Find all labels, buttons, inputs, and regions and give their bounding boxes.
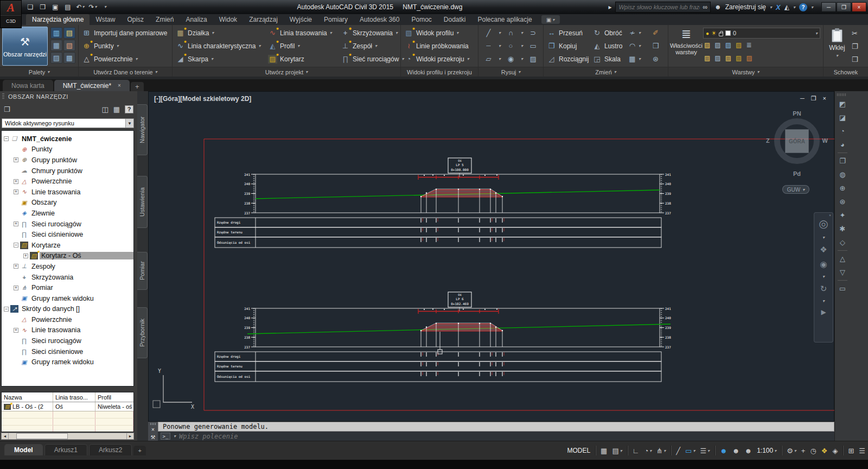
panel-label-zmien[interactable]: Zmień (544, 67, 668, 77)
tree-item-obszary[interactable]: Obszary (2, 198, 133, 208)
tab-narzedzia-glowne[interactable]: Narzędzia główne (26, 14, 90, 25)
doc-minimize-icon[interactable]: ─ (800, 95, 805, 102)
layer-states-icon[interactable] (746, 41, 751, 49)
marker-tool-icon[interactable] (836, 236, 849, 249)
expand-toggle[interactable] (14, 179, 18, 184)
surface-tool-icon-2[interactable] (836, 111, 849, 124)
layout-tab-arkusz2[interactable]: Arkusz2 (89, 444, 132, 455)
tree-item-grupy-punktow[interactable]: Grupy punktów (2, 155, 133, 166)
search-input[interactable] (618, 4, 700, 10)
scale-selector[interactable]: 1:100 (757, 447, 776, 454)
content-browser-icon[interactable] (63, 40, 75, 51)
line-icon[interactable] (484, 29, 493, 37)
exchange-apps-icon[interactable]: X (776, 3, 781, 11)
annotation-visibility-icon[interactable] (720, 447, 727, 455)
tab-dodatki[interactable]: Dodatki (438, 14, 472, 25)
import-survey-data-button[interactable]: Importuj dane pomiarowe (82, 27, 167, 39)
tree-item-sieci-rurociagow[interactable]: Sieci rurociągów (2, 219, 133, 230)
rectangle-icon[interactable] (528, 42, 538, 50)
tree-item-pomiar[interactable]: Pomiar (2, 282, 133, 293)
ucs-selector-button[interactable]: GUW (782, 185, 809, 194)
tree-item-skrzyzowania[interactable]: Skrzyżowania (2, 272, 133, 283)
construction-line-icon[interactable] (484, 42, 493, 50)
col-linia-traso[interactable]: Linia traso... (53, 392, 95, 402)
panel-label-widoki[interactable]: Widoki profilu i przekroju (401, 67, 478, 77)
snap-button[interactable] (612, 447, 622, 455)
tree-item-drawing-root[interactable]: NMT_ćwiczenie (2, 134, 133, 144)
offset-icon[interactable] (651, 42, 660, 50)
expand-toggle[interactable] (14, 189, 18, 194)
expand-toggle[interactable] (4, 307, 9, 312)
toolspace-help-icon[interactable]: ? (125, 105, 133, 113)
profile-view-button[interactable]: Widok profilu (404, 27, 458, 39)
list-horizontal-scrollbar[interactable]: ◄ ► (1, 433, 134, 440)
expand-toggle[interactable] (14, 157, 18, 162)
surfaces-button[interactable]: Powierzchnie (82, 53, 137, 65)
copy-clip-icon[interactable] (852, 42, 858, 50)
tab-nawigator[interactable]: Nawigator (137, 104, 148, 155)
a360-caret-icon[interactable] (793, 5, 795, 10)
application-menu-button[interactable]: A C3D (0, 0, 22, 28)
move-button[interactable]: Przesuń (547, 27, 583, 39)
tree-item-grupy-ramek[interactable]: Grupy ramek widoku (2, 293, 133, 304)
data-shortcuts-toolbar-icon[interactable] (101, 105, 108, 113)
surface-tool-icon-4[interactable] (836, 138, 849, 151)
open-drawing-icon[interactable] (4, 105, 10, 113)
tree-item-zlewnie[interactable]: Zlewnie (2, 208, 133, 219)
autodesk360-icon[interactable] (784, 3, 789, 11)
tab-ustawienia[interactable]: Ustawienia (137, 176, 148, 228)
surface-tool-icon-3[interactable] (836, 124, 849, 138)
file-tab-nowa-karta[interactable]: Nowa karta (3, 80, 53, 91)
tree-item-sc-sieci-cisnieniowe[interactable]: Sieci ciśnieniowe (2, 346, 133, 357)
expand-toggle[interactable] (14, 221, 18, 226)
tree-item-zespoly[interactable]: Zespoły (2, 261, 133, 272)
tab-zarzadzaj[interactable]: Zarządzaj (243, 14, 284, 25)
toolspace-button[interactable]: Obszar narzędzi (2, 27, 48, 66)
tab-widok[interactable]: Widok (213, 14, 243, 25)
tree-item-korytarz-os[interactable]: Korytarz - Oś (2, 251, 133, 262)
panorama-icon[interactable] (113, 105, 120, 113)
col-nazwa[interactable]: Nazwa (2, 392, 53, 402)
toolspace-header[interactable]: OBSZAR NARZĘDZI (0, 91, 137, 102)
object-snap-tracking-button[interactable] (656, 447, 666, 455)
sample-lines-button[interactable]: Linie próbkowania (404, 40, 469, 52)
minimize-button[interactable]: ─ (821, 2, 836, 12)
geolocation-icon[interactable] (836, 168, 849, 181)
layer-match-icon[interactable] (746, 54, 752, 62)
tree-item-punkty[interactable]: Punkty (2, 144, 133, 155)
open-file-icon[interactable] (37, 2, 48, 12)
zoom-icon[interactable] (820, 259, 827, 269)
parcel-button[interactable]: Działka (176, 27, 214, 39)
close-button[interactable]: × (852, 2, 866, 12)
point-edit-icon[interactable] (836, 208, 849, 222)
search-icon[interactable] (703, 3, 707, 11)
qat-customize-button[interactable] (100, 2, 111, 12)
mirror-button[interactable]: Lustro (592, 40, 622, 52)
boundary-tool-icon[interactable] (836, 282, 849, 295)
zoom-caret-icon[interactable] (822, 274, 825, 279)
tree-item-sc-powierzchnie[interactable]: Powierzchnie (2, 314, 133, 325)
tree-item-linie-trasowania[interactable]: Linie trasowania (2, 187, 133, 198)
wrench-icon[interactable] (151, 434, 156, 440)
command-prompt-icon[interactable] (161, 433, 170, 440)
pan-icon[interactable] (820, 245, 827, 255)
paste-special-icon[interactable] (852, 55, 858, 64)
points-button[interactable]: Punkty (82, 40, 119, 52)
arc-icon[interactable] (506, 29, 515, 37)
tin-tool-icon[interactable] (836, 265, 849, 279)
new-layout-button[interactable]: + (133, 446, 145, 455)
col-profil[interactable]: Profil (95, 392, 133, 402)
new-drawing-tab-button[interactable]: + (131, 82, 144, 91)
isolate-objects-icon[interactable] (832, 447, 838, 455)
compass-north[interactable]: PN (767, 110, 827, 117)
trim-icon[interactable] (628, 29, 637, 37)
grid-icon[interactable] (601, 447, 607, 455)
corridor-section[interactable] (421, 190, 502, 198)
panel-label-utworz-projekt[interactable]: Utwórz projekt (173, 67, 400, 77)
undo-button[interactable] (75, 2, 86, 12)
file-tab-active[interactable]: NMT_ćwiczenie* × (54, 80, 130, 91)
panel-label-palety[interactable]: Palety (0, 67, 78, 77)
scroll-left-icon[interactable]: ◄ (2, 433, 9, 439)
corridor-section[interactable] (421, 324, 502, 332)
expand-toggle[interactable] (14, 264, 18, 269)
